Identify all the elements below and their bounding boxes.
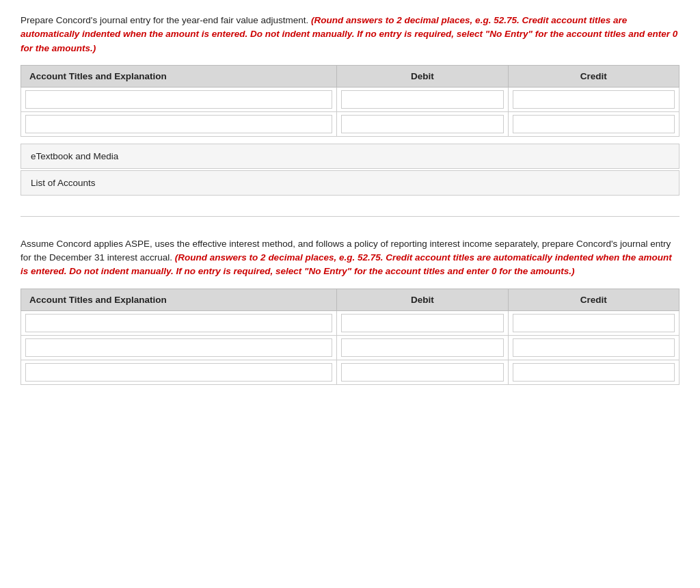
section2-row2-credit-input[interactable]	[513, 363, 675, 382]
section-1: Prepare Concord's journal entry for the …	[21, 14, 679, 196]
table-row	[21, 87, 679, 111]
section1-instruction: Prepare Concord's journal entry for the …	[21, 14, 679, 55]
section1-row0-debit-cell	[337, 87, 508, 111]
section2-row1-account-input[interactable]	[25, 338, 332, 357]
section2-row2-debit-input[interactable]	[341, 363, 503, 382]
section-2: Assume Concord applies ASPE, uses the ef…	[21, 237, 679, 385]
section2-row2-account-input[interactable]	[25, 363, 332, 382]
section2-row2-credit-cell	[508, 360, 679, 384]
etextbook-media-link[interactable]: eTextbook and Media	[21, 144, 679, 169]
section2-row0-debit-input[interactable]	[341, 314, 503, 332]
section2-row1-account-cell	[21, 335, 337, 360]
table-row	[21, 111, 679, 136]
section2-col-account-header: Account Titles and Explanation	[21, 289, 337, 310]
section2-instruction: Assume Concord applies ASPE, uses the ef…	[21, 237, 679, 279]
section2-col-credit-header: Credit	[508, 289, 679, 310]
table-row	[21, 335, 679, 360]
section2-row0-account-cell	[21, 310, 337, 335]
section1-journal-table: Account Titles and Explanation Debit Cre…	[21, 65, 679, 137]
section2-row0-credit-input[interactable]	[513, 314, 675, 332]
section2-row1-debit-cell	[337, 335, 508, 360]
section2-row1-debit-input[interactable]	[341, 338, 503, 357]
section1-col-credit-header: Credit	[508, 65, 679, 87]
section1-col-account-header: Account Titles and Explanation	[21, 65, 337, 87]
section1-row0-debit-input[interactable]	[341, 90, 503, 109]
section2-col-debit-header: Debit	[337, 289, 508, 310]
section2-row0-debit-cell	[337, 310, 508, 335]
section1-row0-account-cell	[21, 87, 337, 111]
section1-row1-debit-cell	[337, 111, 508, 136]
section1-row1-credit-input[interactable]	[513, 115, 675, 133]
section1-row1-credit-cell	[508, 111, 679, 136]
section-divider	[21, 216, 679, 217]
section1-row0-credit-cell	[508, 87, 679, 111]
section1-row1-debit-input[interactable]	[341, 115, 503, 133]
section2-journal-table: Account Titles and Explanation Debit Cre…	[21, 289, 679, 385]
table-row	[21, 360, 679, 384]
section2-row0-account-input[interactable]	[25, 314, 332, 332]
section2-row2-account-cell	[21, 360, 337, 384]
section1-instruction-plain: Prepare Concord's journal entry for the …	[21, 15, 311, 25]
section1-row0-credit-input[interactable]	[513, 90, 675, 109]
list-of-accounts-link[interactable]: List of Accounts	[21, 170, 679, 196]
section2-row1-credit-input[interactable]	[513, 338, 675, 357]
section1-row1-account-cell	[21, 111, 337, 136]
section1-row1-account-input[interactable]	[25, 115, 332, 133]
table-row	[21, 310, 679, 335]
section1-row0-account-input[interactable]	[25, 90, 332, 109]
section2-row2-debit-cell	[337, 360, 508, 384]
section1-col-debit-header: Debit	[337, 65, 508, 87]
section2-row1-credit-cell	[508, 335, 679, 360]
section2-row0-credit-cell	[508, 310, 679, 335]
